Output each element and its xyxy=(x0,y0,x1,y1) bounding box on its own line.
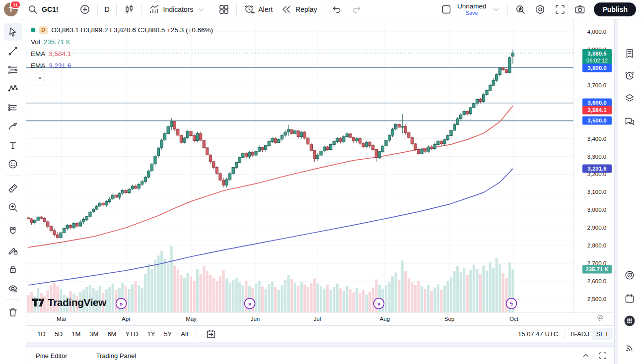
notification-badge: 11 xyxy=(10,0,21,9)
gear-icon xyxy=(534,3,546,15)
tool-remove-drawings[interactable] xyxy=(4,303,22,321)
collapse-panel-icon[interactable] xyxy=(581,351,591,361)
range-5Y[interactable]: 5Y xyxy=(160,328,175,340)
layout-name-wrap[interactable]: Unnamed Save xyxy=(457,3,487,16)
tool-trend-line[interactable] xyxy=(4,42,22,60)
sidebar-scanner[interactable] xyxy=(622,267,638,283)
chart-style-button[interactable] xyxy=(119,2,139,16)
settings-button[interactable] xyxy=(530,2,550,16)
tool-ruler[interactable] xyxy=(4,179,22,197)
axis-marker[interactable]: » xyxy=(116,299,127,309)
legend-ema1-row[interactable]: EMA 3,584.1 xyxy=(31,48,213,60)
goto-date-button[interactable] xyxy=(201,327,221,341)
tool-drawing-lock[interactable] xyxy=(4,241,22,259)
magnet-icon xyxy=(7,225,19,237)
news-signal-icon xyxy=(624,342,636,354)
range-1D[interactable]: 1D xyxy=(34,328,49,340)
range-5D[interactable]: 5D xyxy=(51,328,67,340)
sidebar-news-signal[interactable] xyxy=(622,340,638,356)
range-All[interactable]: All xyxy=(177,328,191,340)
range-3M[interactable]: 3M xyxy=(86,328,102,340)
tool-zoom-in[interactable] xyxy=(4,198,22,216)
replay-icon xyxy=(281,3,292,15)
clock[interactable]: 15:07:47 UTC xyxy=(518,330,558,338)
tool-xabcd-pattern[interactable] xyxy=(4,79,22,97)
interval-badge[interactable]: D xyxy=(39,26,48,34)
save-button[interactable]: Save xyxy=(466,10,478,16)
range-1M[interactable]: 1M xyxy=(68,328,84,340)
month-label: May xyxy=(186,316,197,322)
sidebar-apps[interactable] xyxy=(622,312,638,328)
ema-fast-line[interactable] xyxy=(28,106,513,247)
svg-text:»: » xyxy=(377,301,381,307)
month-label: Mar xyxy=(57,316,67,322)
trading-panel-tab[interactable]: Trading Panel xyxy=(93,352,139,360)
ema1-value: 3,584.1 xyxy=(49,50,71,58)
price-scale-settings-icon[interactable] xyxy=(598,315,603,320)
tool-fib-retracement[interactable] xyxy=(4,61,22,78)
tool-brush[interactable] xyxy=(4,117,22,135)
indicator-templates-button[interactable] xyxy=(214,2,234,16)
pine-editor-tab[interactable]: Pine Editor xyxy=(33,352,71,360)
tool-lock-all[interactable] xyxy=(4,260,22,278)
legend-collapse-button[interactable]: ▲ xyxy=(35,73,45,81)
session-toggle[interactable]: SET xyxy=(592,328,613,340)
search-icon xyxy=(27,3,39,15)
ema1-label: EMA xyxy=(31,50,45,58)
layout-menu-button[interactable] xyxy=(487,2,505,16)
axis-marker[interactable]: » xyxy=(374,299,384,309)
tool-hide-drawings[interactable] xyxy=(4,279,22,297)
goto-date-icon xyxy=(205,328,217,340)
ema-slow-line[interactable] xyxy=(28,169,513,285)
legend-ema2-row[interactable]: EMA 3,231.6 xyxy=(31,60,213,71)
tool-text[interactable] xyxy=(4,136,22,154)
tool-projection[interactable] xyxy=(4,98,22,116)
sidebar-alerts-clock[interactable] xyxy=(622,67,638,83)
price-tick: 2,900.0 xyxy=(587,225,606,231)
ruler-icon xyxy=(7,182,19,194)
watermark-text: TradingView xyxy=(48,297,106,308)
sidebar-object-tree[interactable] xyxy=(622,90,638,106)
maximize-panel-icon[interactable] xyxy=(598,351,608,361)
chevron-down-icon xyxy=(491,4,501,14)
range-1Y[interactable]: 1Y xyxy=(143,328,158,340)
svg-text:3,500.0: 3,500.0 xyxy=(587,118,606,123)
symbol-search-button[interactable]: GC1! xyxy=(23,2,62,16)
publish-button[interactable]: Publish xyxy=(594,2,636,16)
tool-cursor[interactable] xyxy=(4,23,22,41)
indicators-label: Indicators xyxy=(163,5,194,13)
volume-value: 235.71 K xyxy=(44,38,71,46)
sidebar-chat[interactable] xyxy=(622,113,638,129)
tradingview-watermark[interactable]: TradingView xyxy=(32,297,106,308)
fullscreen-button[interactable] xyxy=(550,2,570,16)
alert-button[interactable]: Alert xyxy=(239,2,277,16)
svg-text:3,584.1: 3,584.1 xyxy=(587,107,607,113)
adjust-toggle[interactable]: B-ADJ xyxy=(570,330,589,338)
chart-legend: D O3,863.1 H3,899.2 L3,820.6 C3,880.5 +2… xyxy=(31,24,213,71)
axis-marker[interactable]: ϟ xyxy=(506,299,517,309)
layout-button[interactable] xyxy=(436,2,456,16)
interval-button[interactable]: D xyxy=(100,2,113,16)
axis-badge: 3,600.0 xyxy=(582,99,612,107)
legend-volume-row[interactable]: Vol 235.71 K xyxy=(31,36,213,48)
range-6M[interactable]: 6M xyxy=(104,328,120,340)
sidebar-watchlist[interactable] xyxy=(622,45,638,61)
compare-add-button[interactable] xyxy=(75,2,95,16)
indicators-button[interactable]: Indicators xyxy=(144,2,211,16)
zoom-in-icon xyxy=(7,201,19,213)
indicators-icon xyxy=(148,3,160,15)
axis-marker[interactable]: » xyxy=(245,299,255,309)
sidebar-calendar[interactable] xyxy=(622,290,638,306)
range-YTD[interactable]: YTD xyxy=(122,328,142,340)
quick-search-button[interactable] xyxy=(510,2,530,16)
undo-button[interactable] xyxy=(327,2,347,16)
tool-emoji[interactable] xyxy=(4,155,22,173)
tool-magnet[interactable] xyxy=(4,222,22,240)
legend-main-row[interactable]: D O3,863.1 H3,899.2 L3,820.6 C3,880.5 +2… xyxy=(31,24,213,36)
footer-bar: Pine Editor Trading Panel xyxy=(0,346,615,364)
replay-button[interactable]: Replay xyxy=(277,2,321,16)
redo-button[interactable] xyxy=(347,2,366,16)
avatar[interactable]: T 11 xyxy=(4,2,18,16)
snapshot-button[interactable] xyxy=(570,2,590,16)
month-label: Oct xyxy=(509,316,519,322)
